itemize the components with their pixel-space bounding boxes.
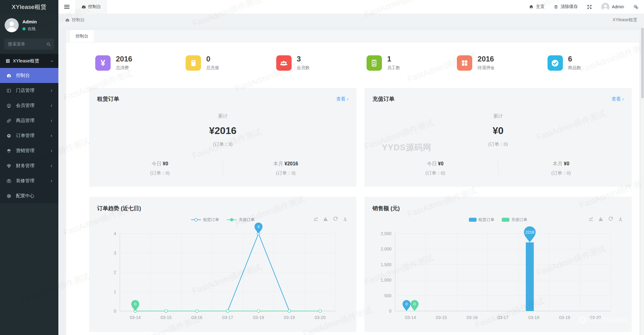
stat-label: 总充值 [206,65,219,71]
clear-cache-button[interactable]: 清除缓存 [554,4,578,10]
month-orders: (订单：3) [223,170,348,176]
trash-icon [554,5,558,9]
svg-text:2: 2 [114,270,116,275]
sidebar-group-xylease[interactable]: XYlease租赁 [0,54,58,68]
toolbox-bar-icon[interactable] [323,216,328,222]
stat-label: 待退押金 [477,65,495,71]
month-value: ¥0 [564,161,569,166]
scrollbar-thumb[interactable] [641,28,644,98]
svg-text:03-15: 03-15 [436,315,447,320]
main-area: 控制台 主页 清除缓存 Admin 控制台 [58,0,644,335]
svg-text:03-16: 03-16 [467,315,478,320]
today-value: ¥0 [438,161,444,166]
sidebar-item[interactable]: 控制台 [0,68,58,83]
today-orders: (订单：0) [372,170,498,176]
stat-item: 6 商品数 [541,55,632,71]
chevron-left-icon [50,164,53,168]
breadcrumb: 控制台 XYlease租赁 [58,14,644,26]
topbar-right: 主页 清除缓存 Admin [529,3,644,11]
menu-item-icon [6,118,13,123]
svg-text:0: 0 [114,309,116,313]
avatar[interactable] [5,18,19,32]
toolbox-bar-icon[interactable] [598,216,603,222]
sidebar-item[interactable]: 财务管理 [0,158,58,173]
svg-text:03-15: 03-15 [161,315,172,320]
stat-icon [276,55,292,71]
svg-text:03-18: 03-18 [528,315,539,320]
menu-search [4,38,54,49]
menu-item-icon [6,179,13,183]
legend-item[interactable]: 租赁订单 [469,217,494,223]
svg-text:1: 1 [114,289,116,294]
tab-console[interactable]: 控制台 [70,30,94,42]
view-link[interactable]: 查看 › [612,96,624,102]
sidebar-item[interactable]: 商品管理 [0,113,58,128]
svg-text:03-20: 03-20 [315,315,326,320]
home-label: 主页 [536,4,544,10]
legend-item[interactable]: 租赁订单 [191,217,219,223]
month-cell: 本月¥0 (订单：0) [498,161,624,176]
home-icon [529,4,534,9]
stat-item: 0 总充值 [179,55,270,71]
chart-panel: 销售额 (元) 租赁订单充值订单 05001,0001,5002,0002,50… [364,197,632,332]
chevron-left-icon [50,134,53,138]
total-label: 累计 [97,113,348,120]
svg-text:0: 0 [414,302,416,306]
svg-text:3: 3 [114,250,116,255]
gear-icon [633,4,638,10]
svg-text:2,000: 2,000 [381,246,391,251]
panels-row: 租赁订单 查看 › 累计 ¥2016 (订单：3) 今日¥0 (订单：0) [89,88,632,187]
view-link[interactable]: 查看 › [336,96,348,102]
fullscreen-arrows-icon [587,4,592,10]
fullscreen-button[interactable] [587,4,592,10]
menu-item-icon [6,164,13,168]
stat-value: 1 [387,55,400,63]
svg-text:03-19: 03-19 [284,315,295,320]
chevron-left-icon [50,89,53,93]
sidebar-item[interactable]: 会员管理 [0,98,58,113]
chart-title: 订单趋势 (近七日) [97,205,348,212]
dashboard-icon [81,5,86,9]
sidebar-item[interactable]: 门店管理 [0,83,58,98]
menu-item-icon [6,73,13,78]
toolbox-line-icon[interactable] [313,216,318,222]
menu-item-label: 营销管理 [16,148,34,154]
sidebar-item[interactable]: 订单管理 [0,128,58,143]
stat-label: 商品数 [568,65,581,71]
search-icon[interactable] [46,41,51,47]
chevron-left-icon [50,179,53,183]
svg-text:2,500: 2,500 [381,231,391,236]
online-dot-icon [22,27,26,30]
chart-panel: 订单趋势 (近七日) 租赁订单充值订单 0123403-1403-1503-16… [89,197,356,332]
svg-text:03-17: 03-17 [497,315,509,320]
today-value: ¥0 [163,161,168,166]
toolbox-download-icon[interactable] [343,216,348,222]
toolbox-line-icon[interactable] [588,216,594,222]
tabstrip: 控制台 [66,30,639,42]
toolbox-refresh-icon[interactable] [333,216,338,222]
hamburger-menu-icon[interactable] [58,5,75,9]
settings-button[interactable] [633,4,638,10]
menu-item-label: 订单管理 [16,133,34,139]
legend-item[interactable]: 充值订单 [226,217,255,223]
breadcrumb-console[interactable]: 控制台 [65,17,85,23]
sidebar-item[interactable]: 配置中心 [0,188,58,203]
total-orders: (订单：0) [372,141,624,147]
month-label: 本月 [553,161,563,166]
toolbox-refresh-icon[interactable] [608,216,613,222]
scrollbar-track[interactable] [641,26,644,335]
stat-item: 2016 待退押金 [451,55,541,71]
svg-text:0: 0 [389,309,391,313]
chevron-left-icon [50,119,53,123]
user-menu[interactable]: Admin [601,3,624,11]
stat-value: 6 [568,55,581,63]
legend-item[interactable]: 充值订单 [502,217,527,223]
home-button[interactable]: 主页 [529,4,544,10]
topbar-tab-console[interactable]: 控制台 [75,0,107,14]
sidebar-item[interactable]: 营销管理 [0,143,58,158]
stat-icon: ¥ [95,55,111,71]
svg-text:03-18: 03-18 [253,315,264,320]
toolbox-download-icon[interactable] [618,216,623,222]
sidebar-item[interactable]: 装修管理 [0,173,58,188]
svg-text:500: 500 [384,293,392,298]
